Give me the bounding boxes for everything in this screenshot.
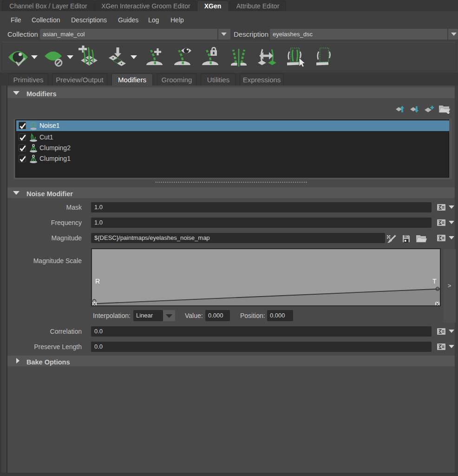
svg-text:R: R	[95, 278, 100, 285]
svg-text:T: T	[432, 278, 437, 285]
